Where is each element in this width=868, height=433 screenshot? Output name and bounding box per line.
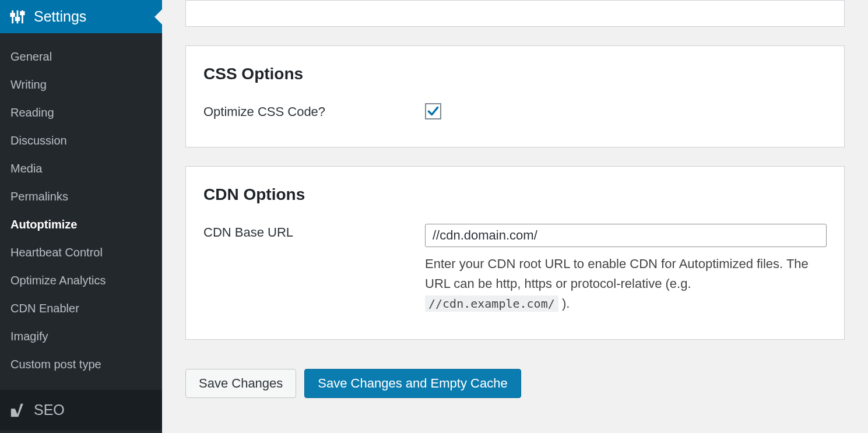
css-options-title: CSS Options	[203, 65, 827, 83]
cdn-desc-text-1: Enter your CDN root URL to enable CDN fo…	[425, 256, 809, 291]
sidebar-menu-settings-label: Settings	[34, 8, 86, 25]
svg-rect-3	[11, 13, 15, 16]
admin-sidebar: Settings General Writing Reading Discuss…	[0, 0, 162, 433]
cdn-base-url-row: CDN Base URL Enter your CDN root URL to …	[203, 224, 827, 314]
sidebar-item-reading[interactable]: Reading	[0, 98, 162, 126]
submit-row: Save Changes Save Changes and Empty Cach…	[185, 369, 845, 398]
save-changes-button[interactable]: Save Changes	[185, 369, 296, 398]
sidebar-item-autoptimize[interactable]: Autoptimize	[0, 210, 162, 238]
sidebar-item-general[interactable]: General	[0, 43, 162, 71]
sidebar-item-heartbeat-control[interactable]: Heartbeat Control	[0, 238, 162, 266]
sidebar-item-media[interactable]: Media	[0, 154, 162, 182]
sidebar-submenu: General Writing Reading Discussion Media…	[0, 33, 162, 390]
optimize-css-checkbox[interactable]	[425, 103, 441, 119]
optimize-css-row: Optimize CSS Code?	[203, 103, 827, 121]
svg-rect-4	[16, 17, 19, 20]
cdn-options-card: CDN Options CDN Base URL Enter your CDN …	[185, 166, 845, 340]
sidebar-item-imagify[interactable]: Imagify	[0, 322, 162, 350]
sidebar-item-writing[interactable]: Writing	[0, 71, 162, 98]
svg-rect-5	[21, 12, 24, 14]
sidebar-item-cdn-enabler[interactable]: CDN Enabler	[0, 294, 162, 322]
sidebar-item-custom-post-type[interactable]: Custom post type	[0, 350, 162, 378]
sidebar-menu-seo[interactable]: SEO	[0, 390, 162, 430]
sidebar-item-optimize-analytics[interactable]: Optimize Analytics	[0, 266, 162, 294]
sidebar-item-discussion[interactable]: Discussion	[0, 126, 162, 154]
save-and-empty-cache-button[interactable]: Save Changes and Empty Cache	[304, 369, 521, 398]
yoast-icon	[9, 402, 26, 418]
cdn-options-title: CDN Options	[203, 185, 827, 204]
cdn-base-url-input[interactable]	[425, 224, 827, 247]
previous-section-card	[185, 0, 845, 27]
main-content: CSS Options Optimize CSS Code? CDN Optio…	[162, 0, 868, 433]
css-options-card: CSS Options Optimize CSS Code?	[185, 45, 845, 147]
cdn-base-url-label: CDN Base URL	[203, 224, 425, 240]
cdn-desc-code: //cdn.example.com/	[425, 295, 558, 312]
optimize-css-label: Optimize CSS Code?	[203, 103, 425, 119]
cdn-base-url-description: Enter your CDN root URL to enable CDN fo…	[425, 254, 827, 314]
sidebar-item-permalinks[interactable]: Permalinks	[0, 182, 162, 210]
sliders-icon	[9, 9, 26, 25]
cdn-desc-text-2: ).	[562, 296, 570, 311]
sidebar-menu-seo-label: SEO	[34, 402, 65, 418]
sidebar-menu-settings[interactable]: Settings	[0, 0, 162, 33]
